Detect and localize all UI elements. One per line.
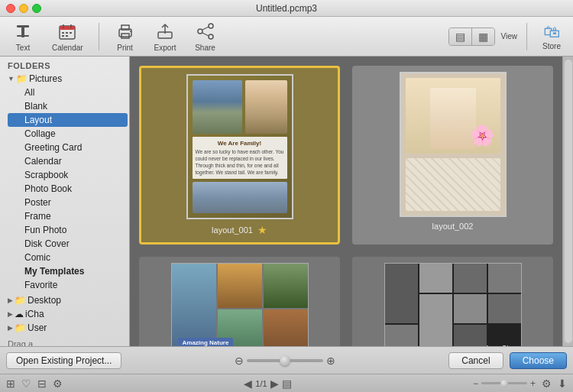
bw-photo-7	[385, 325, 418, 346]
comic-label: Comic	[24, 252, 50, 263]
np5	[264, 309, 308, 346]
folders-section-header: FOLDERS	[0, 57, 129, 72]
template-card-layout004[interactable]: Love Story	[352, 257, 553, 346]
store-button[interactable]: 🛍 Store	[536, 19, 567, 53]
bw-photo-8	[419, 294, 452, 346]
sidebar-item-photo-book[interactable]: Photo Book	[6, 182, 129, 196]
sidebar-item-calendar[interactable]: Calendar	[6, 154, 129, 168]
right-scroll-panel[interactable]	[562, 57, 573, 346]
sidebar-item-scrapbook[interactable]: Scrapbook	[6, 168, 129, 182]
text-icon	[12, 21, 34, 42]
status-heart-icon[interactable]: ♡	[21, 377, 31, 390]
view-label: View	[501, 32, 518, 40]
greeting-card-label: Greeting Card	[24, 142, 82, 153]
layout002-child-photo: 🌸	[406, 78, 500, 154]
desktop-folder[interactable]: ▶ 📁 Desktop	[0, 293, 129, 307]
status-download-icon[interactable]: ⬇	[558, 377, 567, 390]
maximize-button[interactable]	[32, 4, 41, 13]
pictures-folder-group: ▼ 📁 Pictures All Blank Layout Collage	[0, 72, 129, 292]
bw-photo-4	[385, 264, 418, 323]
status-bar: ⊞ ♡ ⊟ ⚙ ◀ 1/1 ▶ ▤ − + ⚙ ⬇	[0, 374, 573, 392]
sidebar-item-my-templates[interactable]: My Templates	[6, 264, 129, 278]
cancel-button[interactable]: Cancel	[448, 352, 503, 369]
sidebar-item-poster[interactable]: Poster	[6, 196, 129, 209]
share-button[interactable]: Share	[189, 18, 222, 55]
export-icon	[154, 21, 176, 42]
next-page-button[interactable]: ▶	[270, 377, 279, 390]
bottom-slider-track[interactable]	[247, 359, 323, 362]
sidebar-item-favorite[interactable]: Favorite	[6, 278, 129, 292]
open-existing-project-button[interactable]: Open Existing Project...	[6, 352, 121, 369]
template-card-layout001[interactable]: We Are Family! We are so lucky to have e…	[139, 66, 340, 245]
export-button[interactable]: Export	[148, 18, 183, 55]
layout003-preview: Amazing Nature	[171, 263, 309, 346]
svg-rect-7	[62, 32, 64, 34]
sidebar-item-comic[interactable]: Comic	[6, 251, 129, 264]
all-label: All	[24, 87, 34, 98]
nature-sublabel: Amazing Nature	[178, 338, 234, 346]
text-tool-button[interactable]: Text	[6, 18, 40, 55]
template-card-layout003[interactable]: Amazing Nature	[139, 257, 340, 346]
prev-page-button[interactable]: ◀	[244, 377, 252, 390]
sidebar-item-fun-photo[interactable]: Fun Photo	[6, 223, 129, 237]
status-settings-icon[interactable]: ⚙	[542, 377, 552, 390]
status-window-icon[interactable]: ⊟	[37, 377, 47, 390]
layout002-label-row: layout_002	[432, 222, 474, 231]
view-grid-button[interactable]: ▦	[471, 28, 494, 45]
zoom-plus-label[interactable]: +	[530, 378, 536, 389]
print-button[interactable]: Print	[108, 18, 142, 55]
sidebar-item-all[interactable]: All	[6, 86, 129, 99]
svg-rect-14	[121, 34, 129, 38]
toolbar-sep-1	[99, 23, 99, 50]
templates-grid: We Are Family! We are so lucky to have e…	[130, 57, 562, 346]
share-icon	[195, 21, 216, 42]
sidebar-item-greeting-card[interactable]: Greeting Card	[6, 141, 129, 154]
scrapbook-label: Scrapbook	[24, 170, 68, 180]
bottom-slider-thumb[interactable]	[280, 355, 290, 366]
page-nav: ◀ 1/1 ▶ ▤	[244, 377, 291, 390]
favorite-label: Favorite	[24, 280, 57, 290]
user-folder-label: User	[28, 322, 47, 333]
minimize-button[interactable]	[19, 4, 28, 13]
choose-button[interactable]: Choose	[510, 352, 567, 369]
status-gear-icon[interactable]: ⚙	[53, 377, 63, 390]
sidebar-item-collage[interactable]: Collage	[6, 127, 129, 141]
layout001-photo2	[245, 80, 287, 134]
layout001-top	[193, 80, 287, 134]
np1	[172, 264, 216, 346]
svg-rect-9	[70, 32, 72, 34]
svg-point-20	[209, 34, 213, 39]
calendar-tool-button[interactable]: Calendar	[46, 18, 89, 55]
poster-label: Poster	[24, 197, 51, 208]
share-label: Share	[195, 44, 215, 52]
sidebar-item-blank[interactable]: Blank	[6, 99, 129, 113]
layout-label: Layout	[24, 115, 52, 125]
pictures-folder-label: Pictures	[29, 73, 62, 84]
pictures-submenu: All Blank Layout Collage Greeting Card C…	[0, 86, 129, 292]
icloud-folder[interactable]: ▶ ☁ iCha	[0, 307, 129, 321]
zoom-slider-thumb[interactable]	[500, 380, 508, 387]
user-disclosure-arrow: ▶	[8, 324, 13, 332]
pictures-folder[interactable]: ▼ 📁 Pictures	[0, 72, 129, 86]
sidebar: FOLDERS ▼ 📁 Pictures All Blank Layout	[0, 57, 130, 346]
bw-photo-3	[488, 264, 521, 293]
right-scrollbar-track[interactable]	[565, 60, 572, 343]
sidebar-item-layout[interactable]: Layout	[8, 113, 128, 127]
user-folder[interactable]: ▶ 📁 User	[0, 321, 129, 335]
zoom-slider-track[interactable]	[481, 382, 527, 384]
layout001-star: ★	[257, 224, 267, 236]
user-folder-icon: 📁	[15, 322, 26, 333]
zoom-minus-label[interactable]: −	[473, 378, 478, 389]
svg-line-21	[202, 27, 209, 30]
slider-max-icon: ⊕	[326, 355, 335, 367]
status-grid-icon[interactable]: ⊞	[6, 377, 15, 390]
sidebar-item-frame[interactable]: Frame	[6, 209, 129, 223]
np3	[264, 264, 308, 308]
traffic-lights	[6, 4, 41, 13]
close-button[interactable]	[6, 4, 15, 13]
page-menu-button[interactable]: ▤	[282, 377, 292, 390]
template-card-layout002[interactable]: 🌸 layout_002	[352, 66, 553, 245]
view-list-button[interactable]: ▤	[449, 28, 471, 45]
sidebar-item-disk-cover[interactable]: Disk Cover	[6, 237, 129, 251]
bw-photo-6	[488, 294, 521, 323]
